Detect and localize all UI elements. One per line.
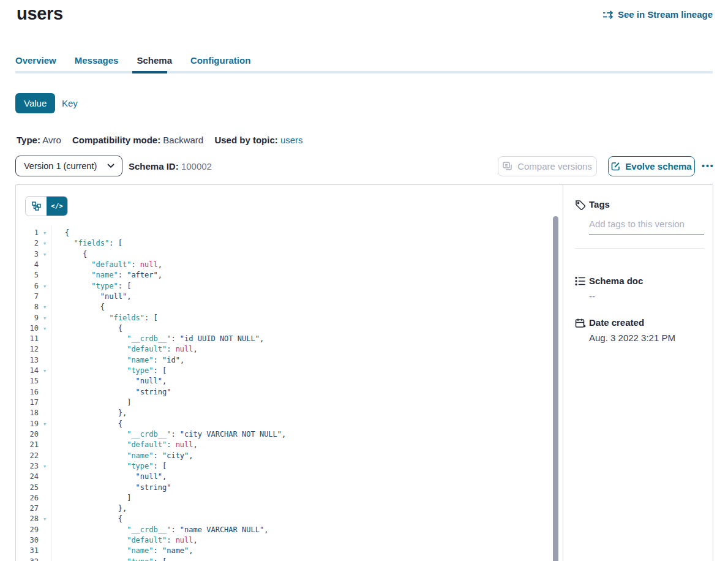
sidebar-divider [575,248,704,249]
code-text: { [51,250,87,258]
fold-caret-icon[interactable]: ▼ [39,228,51,239]
code-line: 13 "name": "id", [16,355,549,366]
line-number: 7 [16,292,39,302]
tree-view-toggle[interactable] [26,197,47,216]
key-toggle-button[interactable]: Key [62,98,78,108]
code-text: { [51,303,105,311]
fold-caret-icon[interactable]: ▼ [39,462,51,472]
code-text: ] [51,494,131,502]
schema-id: Schema ID: 100002 [129,161,212,171]
line-number: 17 [16,397,39,408]
line-number: 32 [16,557,39,561]
line-number: 31 [16,546,39,556]
code-text: "__crdb__": "city VARCHAR NOT NULL", [51,430,286,439]
fold-caret-icon[interactable]: ▼ [39,557,51,561]
code-text: "null", [51,377,167,385]
code-text: "type": [ [51,557,167,561]
code-scrollbar-thumb[interactable] [553,216,558,561]
line-number: 25 [16,483,39,493]
tag-icon [575,200,586,211]
fold-caret-icon[interactable]: ▼ [39,514,51,525]
tab-schema[interactable]: Schema [137,55,172,73]
edit-schema-icon [611,162,620,171]
code-line: 22 "name": "city", [16,451,549,461]
line-number: 20 [16,429,39,440]
line-number: 14 [16,366,39,376]
used-by-topic: Used by topic: users [214,135,302,145]
fold-caret-icon[interactable]: ▼ [39,314,51,324]
tab-overview[interactable]: Overview [15,55,56,73]
code-view-toggle[interactable]: </> [47,197,67,216]
schema-view-toggle: </> [26,197,67,216]
line-number: 21 [16,440,39,450]
fold-caret-icon[interactable]: ▼ [39,366,51,377]
tab-bar: Overview Messages Schema Configuration [15,55,250,73]
code-line: 20 "__crdb__": "city VARCHAR NOT NULL", [16,429,549,440]
code-line: 18 }, [16,408,549,418]
fold-caret-icon[interactable]: ▼ [39,324,51,334]
evolve-schema-button[interactable]: Evolve schema [608,156,695,176]
fold-caret-icon[interactable]: ▼ [39,303,51,313]
more-actions-button[interactable]: ••• [702,156,719,176]
date-created-heading: Date created [589,317,644,328]
compare-versions-icon [503,162,512,171]
line-number: 23 [16,461,39,472]
code-text: "null", [51,472,167,481]
line-number: 10 [16,323,39,334]
see-in-stream-lineage-link[interactable]: See in Stream lineage [603,9,713,20]
code-line: 25 "string" [16,483,549,493]
code-line: 9▼ "fields": [ [16,313,549,323]
schema-page: users See in Stream lineage Overview Mes… [0,0,728,561]
add-tags-input[interactable] [589,219,704,235]
code-line: 11 "__crdb__": "id UUID NOT NULL", [16,334,549,344]
line-number: 6 [16,281,39,292]
schema-doc-heading: Schema doc [589,276,643,286]
tab-messages[interactable]: Messages [75,55,119,73]
code-text: "default": null, [51,440,198,449]
version-select[interactable]: Version 1 (current) [15,156,122,176]
code-line: 28▼ { [16,514,549,524]
line-number: 5 [16,270,39,280]
code-line: 10▼ { [16,323,549,334]
schema-code-panel: </> 1▼{2▼ "fields": [3▼ {4 "default": nu… [16,185,563,561]
fold-caret-icon[interactable]: ▼ [39,420,51,430]
code-text: "string" [51,483,171,492]
fold-caret-icon[interactable]: ▼ [39,239,51,249]
code-text: }, [51,504,127,513]
value-toggle-button[interactable]: Value [15,93,55,113]
active-tab-underline [132,71,167,73]
code-line: 2▼ "fields": [ [16,238,549,249]
fold-caret-icon[interactable]: ▼ [39,282,51,292]
schema-doc-icon [575,276,586,287]
line-number: 18 [16,408,39,418]
code-line: 14▼ "type": [ [16,366,549,376]
compare-versions-button[interactable]: Compare versions [498,156,597,176]
line-number: 24 [16,472,39,482]
stream-lineage-icon [603,10,614,19]
code-text: "default": null, [51,345,198,353]
code-line: 27 }, [16,503,549,514]
line-number: 9 [16,313,39,323]
code-text: "__crdb__": "name VARCHAR NULL", [51,525,268,534]
see-in-stream-lineage-label: See in Stream lineage [618,9,713,20]
schema-meta-row: Type: Avro Compatibility mode: Backward … [17,135,312,145]
code-line: 26 ] [16,493,549,503]
code-line: 5 "name": "after", [16,270,549,280]
line-number: 30 [16,535,39,546]
schema-card: </> 1▼{2▼ "fields": [3▼ {4 "default": nu… [15,184,713,561]
line-number: 27 [16,503,39,514]
chevron-down-icon [107,164,114,168]
line-number: 26 [16,493,39,503]
code-text: "name": "name", [51,546,193,555]
line-number: 11 [16,334,39,344]
topic-link[interactable]: users [280,135,303,145]
code-line: 24 "null", [16,472,549,482]
schema-doc-value: -- [589,291,595,301]
code-text: "default": null, [51,260,162,269]
tab-configuration[interactable]: Configuration [190,55,250,73]
code-line: 16 "string" [16,387,549,397]
fold-caret-icon[interactable]: ▼ [39,250,51,260]
evolve-schema-label: Evolve schema [625,161,691,171]
code-line: 3▼ { [16,249,549,260]
line-number: 16 [16,387,39,397]
